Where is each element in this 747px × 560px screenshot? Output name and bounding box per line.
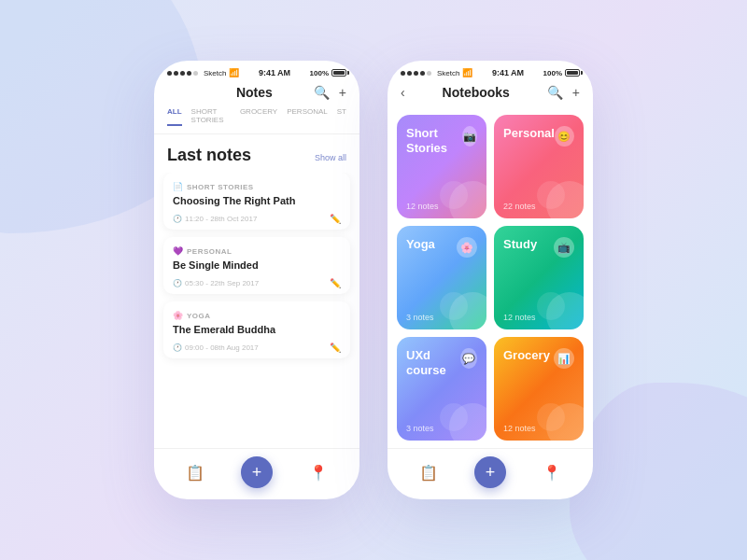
nav-location-icon-2[interactable]: 📍 — [543, 464, 561, 482]
notebooks-grid: Short Stories 📷 12 notes Personal 😊 22 n… — [388, 107, 593, 448]
header-icons-2: 🔍 + — [547, 85, 580, 100]
nav-add-button-1[interactable]: + — [241, 456, 273, 488]
note-cat-icon-1: 📄 — [173, 182, 183, 191]
tab-personal[interactable]: PERSONAL — [287, 107, 328, 126]
wifi-icon-1: 📶 — [229, 68, 239, 77]
notebook-count-4: 12 notes — [503, 313, 574, 322]
note-category-3: 🌸 YOGA — [173, 311, 341, 320]
back-button[interactable]: ‹ — [401, 85, 405, 100]
status-bar-2: Sketch 📶 9:41 AM 100% — [388, 61, 593, 81]
note-footer-2: 🕐 05:30 - 22th Sep 2017 ✏️ — [173, 278, 341, 288]
status-left-2: Sketch 📶 — [401, 68, 472, 77]
clock-icon-2: 🕐 — [173, 279, 182, 287]
bottom-nav-1: 📋 + 📍 — [154, 448, 359, 499]
notebook-count-2: 22 notes — [503, 202, 574, 211]
notebook-top-2: Personal 😊 — [503, 126, 574, 147]
note-cat-icon-2: 💜 — [173, 246, 183, 256]
tab-short-stories[interactable]: SHORT STORIES — [191, 107, 231, 126]
header-icons-1: 🔍 + — [314, 85, 346, 100]
note-footer-1: 🕐 11:20 - 28th Oct 2017 ✏️ — [173, 214, 341, 224]
notebook-yoga[interactable]: Yoga 🌸 3 notes — [397, 226, 486, 329]
signal-dots-2 — [401, 71, 431, 76]
tabs-row: ALL SHORT STORIES GROCERY PERSONAL ST — [154, 107, 359, 134]
notebook-count-6: 12 notes — [503, 424, 574, 433]
notebook-name-1: Short Stories — [406, 126, 462, 155]
note-card-2[interactable]: 💜 PERSONAL Be Single Minded 🕐 05:30 - 22… — [163, 237, 350, 294]
show-all-link[interactable]: Show all — [315, 153, 346, 162]
notebook-top-4: Study 📺 — [503, 237, 574, 258]
notebook-emoji-6: 📊 — [554, 348, 574, 369]
carrier-1: Sketch — [204, 69, 226, 77]
notes-header: Notes 🔍 + — [154, 81, 359, 107]
nav-notes-icon-2[interactable]: 📋 — [419, 464, 438, 482]
notebook-top-3: Yoga 🌸 — [406, 237, 477, 258]
time-1: 9:41 AM — [259, 68, 290, 77]
nav-location-icon[interactable]: 📍 — [309, 464, 328, 482]
note-time-1: 🕐 11:20 - 28th Oct 2017 — [173, 215, 257, 223]
note-title-3: The Emerald Buddha — [173, 324, 341, 335]
tab-grocery[interactable]: GROCERY — [240, 107, 277, 126]
note-time-3: 🕐 09:00 - 08th Aug 2017 — [173, 343, 259, 352]
note-title-2: Be Single Minded — [173, 259, 341, 271]
tab-st[interactable]: ST — [337, 107, 346, 126]
note-card-1[interactable]: 📄 SHORT STORIES Choosing The Right Path … — [163, 173, 350, 230]
note-category-2: 💜 PERSONAL — [173, 246, 341, 256]
notebook-emoji-5: 💬 — [460, 348, 477, 369]
notebook-personal[interactable]: Personal 😊 22 notes — [494, 115, 584, 218]
carrier-2: Sketch — [437, 69, 459, 77]
edit-icon-2[interactable]: ✏️ — [330, 278, 341, 288]
notebooks-header: ‹ Notebooks 🔍 + — [388, 81, 593, 107]
time-2: 9:41 AM — [492, 68, 524, 77]
edit-icon-1[interactable]: ✏️ — [330, 214, 341, 224]
search-icon-2[interactable]: 🔍 — [547, 85, 563, 100]
notebook-emoji-4: 📺 — [554, 237, 574, 258]
notebook-count-5: 3 notes — [406, 424, 477, 433]
notes-list: 📄 SHORT STORIES Choosing The Right Path … — [154, 173, 359, 448]
notebook-short-stories[interactable]: Short Stories 📷 12 notes — [397, 115, 486, 218]
notebook-study[interactable]: Study 📺 12 notes — [494, 226, 584, 329]
nav-add-button-2[interactable]: + — [474, 456, 506, 488]
notebook-top-5: UXd course 💬 — [406, 348, 477, 377]
notebook-emoji-2: 😊 — [555, 126, 574, 147]
battery-icon-1 — [331, 69, 346, 77]
battery-pct-1: 100% — [310, 69, 329, 77]
notebook-count-1: 12 notes — [406, 202, 477, 211]
page-title-notes: Notes — [236, 85, 273, 100]
notebook-name-4: Study — [503, 237, 537, 252]
clock-icon-3: 🕐 — [173, 343, 182, 352]
notebook-name-5: UXd course — [406, 348, 460, 377]
add-icon-2[interactable]: + — [572, 85, 580, 100]
note-cat-icon-3: 🌸 — [173, 311, 183, 320]
tab-all[interactable]: ALL — [167, 107, 182, 126]
notebook-count-3: 3 notes — [406, 313, 477, 322]
notebook-emoji-1: 📷 — [462, 126, 477, 147]
add-icon-1[interactable]: + — [339, 85, 346, 100]
note-footer-3: 🕐 09:00 - 08th Aug 2017 ✏️ — [173, 343, 341, 353]
bottom-nav-2: 📋 + 📍 — [388, 448, 593, 499]
note-time-2: 🕐 05:30 - 22th Sep 2017 — [173, 279, 259, 287]
section-title: Last notes — [167, 146, 251, 165]
clock-icon-1: 🕐 — [173, 215, 182, 223]
notebook-uxd[interactable]: UXd course 💬 3 notes — [397, 337, 486, 441]
status-bar-1: Sketch 📶 9:41 AM 100% — [154, 61, 359, 81]
signal-dots — [167, 71, 198, 76]
notebook-name-2: Personal — [503, 126, 555, 141]
note-cat-label-2: PERSONAL — [187, 247, 232, 256]
note-cat-label-3: YOGA — [187, 312, 211, 320]
notebook-top-6: Grocery 📊 — [503, 348, 574, 369]
page-title-notebooks: Notebooks — [443, 85, 510, 100]
note-card-3[interactable]: 🌸 YOGA The Emerald Buddha 🕐 09:00 - 08th… — [163, 301, 350, 358]
note-title-1: Choosing The Right Path — [173, 195, 341, 206]
notebook-grocery[interactable]: Grocery 📊 12 notes — [494, 337, 584, 441]
note-cat-label-1: SHORT STORIES — [187, 183, 254, 191]
nav-notes-icon[interactable]: 📋 — [186, 464, 204, 482]
battery-pct-2: 100% — [543, 69, 562, 77]
note-category-1: 📄 SHORT STORIES — [173, 182, 341, 191]
notebook-name-6: Grocery — [503, 348, 550, 363]
edit-icon-3[interactable]: ✏️ — [330, 343, 341, 353]
battery-area-1: 100% — [310, 69, 346, 77]
battery-area-2: 100% — [543, 69, 580, 77]
notebook-name-3: Yoga — [406, 237, 435, 252]
search-icon-1[interactable]: 🔍 — [314, 85, 330, 100]
battery-icon-2 — [565, 69, 580, 77]
